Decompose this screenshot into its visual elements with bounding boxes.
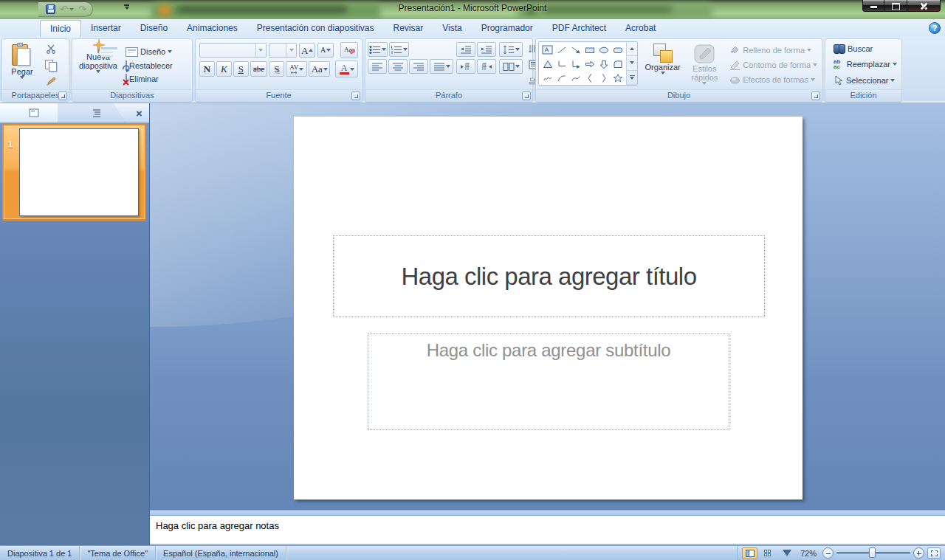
justify-button[interactable] [430, 59, 453, 74]
shape-elbow-connector-icon[interactable] [555, 58, 568, 70]
font-size-combo[interactable] [269, 43, 297, 58]
slide-thumbnail-selected[interactable]: 1 [2, 124, 146, 221]
notes-pane[interactable]: Haga clic para agregar notas [150, 515, 945, 545]
title-placeholder[interactable]: Haga clic para agregar título [333, 235, 765, 317]
slide-canvas[interactable]: Haga clic para agregar título Haga clic … [294, 117, 803, 499]
customize-qat-button[interactable] [124, 4, 129, 10]
tab-vista[interactable]: Vista [433, 19, 471, 37]
tab-programador[interactable]: Programador [472, 19, 543, 37]
clear-formatting-button[interactable]: Aa [340, 42, 358, 58]
format-painter-button[interactable] [41, 74, 61, 89]
shape-effects-button[interactable]: Efectos de formas [727, 74, 819, 86]
drawing-dialog-launcher[interactable] [811, 91, 820, 100]
close-button[interactable] [907, 0, 941, 12]
shape-right-arrow-icon[interactable] [583, 58, 596, 70]
new-slide-button[interactable]: Nueva diapositiva [75, 41, 122, 89]
replace-button[interactable]: abac Reemplazar [831, 58, 899, 71]
arrange-button[interactable]: Organizar [642, 41, 683, 89]
slide-sorter-button[interactable] [760, 547, 776, 559]
shape-fill-button[interactable]: Relleno de forma [727, 44, 819, 57]
numbering-button[interactable] [389, 42, 409, 57]
shapes-scrollbar[interactable] [626, 42, 637, 85]
restore-button[interactable] [884, 0, 907, 12]
quick-styles-button[interactable]: Estilos rápidos [687, 41, 721, 89]
shape-elbow-arrow-connector-icon[interactable] [569, 58, 582, 70]
change-case-button[interactable]: Aa [309, 61, 330, 77]
shapes-scroll-down[interactable] [627, 56, 637, 70]
columns-button[interactable] [499, 59, 523, 74]
help-icon[interactable]: ? [929, 22, 941, 34]
shape-right-brace-icon[interactable] [597, 72, 610, 84]
save-icon[interactable] [46, 4, 55, 14]
character-spacing-button[interactable]: AV [286, 61, 307, 77]
cut-button[interactable] [41, 41, 61, 56]
slideshow-button[interactable] [779, 547, 794, 559]
line-spacing-button[interactable] [499, 42, 523, 57]
bullets-button[interactable] [368, 42, 388, 57]
shape-star-icon[interactable] [611, 72, 624, 84]
align-right-button[interactable] [409, 59, 428, 74]
shapes-more-button[interactable] [627, 71, 637, 85]
ltr-direction-button[interactable] [456, 59, 475, 74]
find-button[interactable]: Buscar [831, 43, 899, 55]
tab-pdf-architect[interactable]: PDF Architect [543, 19, 616, 37]
reset-button[interactable]: Restablecer [123, 60, 175, 72]
fit-to-window-button[interactable] [927, 547, 941, 559]
text-shadow-button[interactable]: S [269, 61, 284, 77]
minimize-button[interactable] [862, 0, 884, 12]
tab-outline[interactable] [58, 103, 126, 122]
select-button[interactable]: Seleccionar [831, 74, 899, 87]
italic-button[interactable]: K [216, 61, 232, 77]
paste-button[interactable]: Pegar [4, 41, 40, 89]
tab-animaciones[interactable]: Animaciones [177, 19, 247, 37]
copy-button[interactable] [41, 58, 61, 72]
shape-arrow-icon[interactable] [569, 44, 582, 56]
tab-inicio[interactable]: Inicio [40, 20, 81, 37]
align-left-button[interactable] [368, 59, 387, 74]
zoom-slider-thumb[interactable] [869, 547, 876, 558]
shape-scribble-icon[interactable] [541, 72, 554, 84]
tab-acrobat[interactable]: Acrobat [616, 19, 665, 37]
normal-view-button[interactable] [742, 547, 757, 559]
font-dialog-launcher[interactable] [351, 91, 360, 100]
shape-curve-icon[interactable] [569, 72, 582, 84]
align-center-button[interactable] [388, 59, 408, 74]
increase-indent-button[interactable] [477, 42, 496, 57]
zoom-out-button[interactable] [822, 547, 834, 559]
zoom-in-button[interactable] [913, 547, 924, 559]
bold-button[interactable]: N [199, 61, 215, 77]
shape-outline-button[interactable]: Contorno de forma [727, 59, 819, 72]
tab-presentacion[interactable]: Presentación con diapositivas [247, 19, 384, 37]
shape-down-arrow-icon[interactable] [597, 58, 610, 70]
font-color-button[interactable]: A [335, 61, 358, 77]
font-name-combo[interactable] [199, 43, 267, 58]
shape-triangle-icon[interactable] [541, 58, 554, 70]
notes-splitter[interactable] [150, 510, 945, 515]
tab-revisar[interactable]: Revisar [384, 19, 433, 37]
shape-textbox-icon[interactable] [541, 44, 554, 56]
delete-slide-button[interactable]: Eliminar [123, 73, 175, 85]
tab-insertar[interactable]: Insertar [81, 19, 131, 37]
subtitle-placeholder[interactable]: Haga clic para agregar subtítulo [368, 333, 729, 430]
redo-icon[interactable]: ↷ [78, 4, 86, 14]
rtl-direction-button[interactable] [477, 59, 496, 74]
shape-rounded-rectangle-icon[interactable] [611, 44, 624, 56]
clipboard-dialog-launcher[interactable] [58, 91, 67, 100]
zoom-level[interactable]: 72% [797, 549, 819, 558]
decrease-indent-button[interactable] [456, 42, 475, 57]
close-pane-icon[interactable] [133, 108, 145, 119]
shape-rectangle-icon[interactable] [583, 44, 596, 56]
undo-button[interactable]: ↶ [60, 4, 74, 14]
grow-font-button[interactable]: A [299, 43, 315, 58]
shrink-font-button[interactable]: A [317, 43, 334, 58]
zoom-slider[interactable] [836, 552, 910, 554]
shapes-scroll-up[interactable] [627, 42, 637, 56]
tab-diseno[interactable]: Diseño [131, 19, 177, 37]
shape-left-brace-icon[interactable] [583, 72, 596, 84]
shape-oval-icon[interactable] [597, 44, 610, 56]
shape-arc-icon[interactable] [555, 72, 568, 84]
status-theme[interactable]: "Tema de Office" [80, 546, 156, 560]
status-slide-info[interactable]: Diapositiva 1 de 1 [0, 546, 80, 560]
shape-line-icon[interactable] [555, 44, 568, 56]
strikethrough-button[interactable]: abe [250, 61, 268, 77]
